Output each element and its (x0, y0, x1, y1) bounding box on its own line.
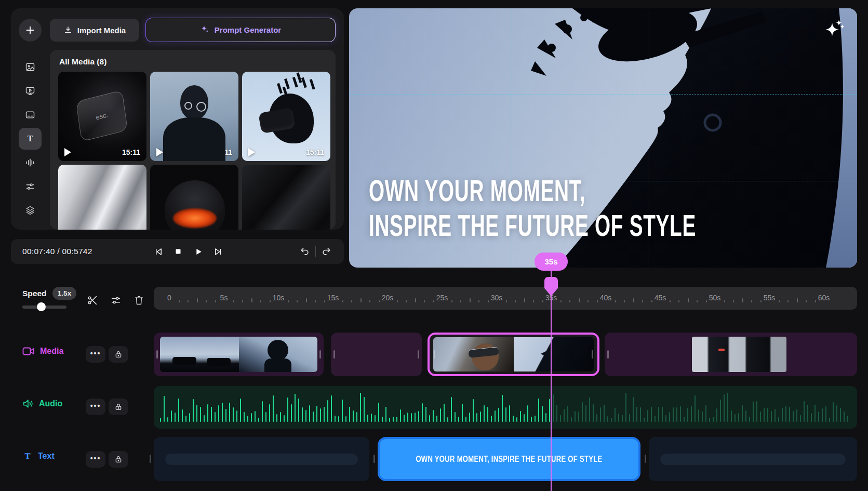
text-clip[interactable] (154, 437, 369, 481)
audio-track-lock-button[interactable] (109, 399, 128, 415)
track-name: Text (38, 452, 55, 461)
rail-item-text[interactable]: T (19, 128, 42, 150)
waveform-bar (189, 413, 190, 422)
layers-icon (25, 205, 35, 216)
media-thumbnail[interactable] (242, 165, 330, 230)
waveform-bar (353, 410, 354, 422)
trim-handle-left[interactable] (156, 350, 158, 359)
waveform-bar (549, 399, 550, 422)
prompt-generator-button[interactable]: Prompt Generator (145, 18, 336, 42)
media-clip-selected[interactable] (428, 333, 599, 376)
ellipsis-icon: ••• (90, 454, 101, 462)
waveform-bar (556, 405, 557, 422)
ruler-tick (251, 298, 252, 302)
waveform-bar (585, 405, 586, 422)
ruler-label: 40s (600, 294, 612, 302)
frame-man-sunglasses (433, 337, 514, 371)
waveform-bar (553, 394, 554, 422)
rail-item-image[interactable] (19, 56, 42, 78)
rail-item-audio[interactable] (19, 152, 42, 174)
text-track-lock-button[interactable] (109, 451, 128, 468)
audio-clip[interactable] (154, 386, 857, 429)
playback-bar: 00:07:40 / 00:5742 (11, 239, 344, 264)
media-track-menu-button[interactable]: ••• (86, 346, 105, 363)
preview-headline-line2[interactable]: INSPIRE THE FUTURE OF STYLE (369, 211, 696, 241)
delete-clip-button[interactable] (131, 293, 146, 308)
media-clip[interactable] (605, 333, 857, 376)
waveform-bar (418, 411, 419, 422)
frame-two-women (692, 337, 786, 372)
speed-slider-thumb[interactable] (37, 302, 46, 311)
waveform-bar (276, 414, 277, 422)
trim-handle[interactable] (373, 455, 375, 463)
ruler-label: 45s (655, 294, 666, 302)
waveform-bar (505, 407, 506, 422)
media-thumbnail[interactable] (150, 165, 238, 230)
redo-button[interactable] (318, 243, 335, 260)
waveform-bar (524, 414, 525, 422)
text-clip[interactable] (649, 437, 857, 481)
stop-button[interactable] (170, 243, 186, 260)
speed-slider[interactable] (22, 306, 66, 309)
waveform-bar (691, 406, 692, 422)
waveform-bar (345, 416, 346, 422)
media-thumbnail[interactable]: esc. 15:11 (58, 72, 146, 161)
waveform-bar (724, 394, 725, 422)
trim-handle[interactable] (645, 455, 646, 463)
preview-canvas[interactable]: OWN YOUR MOMENT, INSPIRE THE FUTURE OF S… (349, 8, 857, 268)
waveform-bar (375, 415, 376, 422)
split-clip-button[interactable] (85, 293, 100, 308)
media-clip[interactable] (154, 333, 324, 376)
media-track-lock-button[interactable] (109, 346, 128, 363)
text-track-menu-button[interactable]: ••• (86, 451, 105, 468)
media-clip[interactable] (331, 333, 422, 376)
add-button[interactable] (19, 19, 42, 42)
trim-handle[interactable] (150, 455, 151, 463)
timeline-ruler[interactable]: 05s10s15s20s25s30s35s40s45s50s55s60s (154, 287, 857, 310)
ruler-tick (569, 300, 570, 302)
trim-handle-right[interactable] (319, 350, 321, 359)
waveform-bar (658, 407, 659, 422)
rail-item-captions[interactable] (19, 104, 42, 126)
waveform-bar (825, 406, 826, 422)
waveform-bar (262, 401, 263, 422)
play-button[interactable] (190, 243, 206, 260)
text-tool-icon: T (25, 134, 35, 144)
waveform-bar (509, 405, 510, 422)
waveform-bar (538, 399, 539, 422)
ruler-tick (733, 300, 734, 302)
ruler-tick (242, 300, 243, 302)
skip-end-button[interactable] (209, 243, 226, 260)
ai-sparkle-icon[interactable] (824, 19, 846, 39)
redo-icon (321, 246, 331, 257)
playhead-time-bubble[interactable]: 35s (535, 253, 568, 271)
import-media-button[interactable]: Import Media (50, 19, 139, 42)
ruler-tick (188, 300, 189, 302)
image-icon (25, 62, 35, 72)
rail-item-video[interactable] (19, 80, 42, 102)
media-thumbnail[interactable]: 15:11 (242, 72, 330, 161)
rail-item-layers[interactable] (19, 200, 42, 221)
thumb-overlay: 15:11 (150, 143, 238, 161)
trim-handle-left[interactable] (333, 350, 335, 359)
skip-start-button[interactable] (150, 243, 167, 260)
trim-handle-right[interactable] (418, 350, 419, 359)
media-thumbnail[interactable]: 15:11 (150, 72, 238, 161)
waveform-bar (771, 411, 772, 422)
waveform-bar (745, 410, 746, 422)
adjust-clip-button[interactable] (108, 293, 124, 308)
rail-item-adjust[interactable] (19, 176, 42, 197)
media-library-header: All Media (8) (59, 57, 106, 67)
waveform-bar (535, 416, 536, 422)
undo-button[interactable] (297, 243, 313, 260)
trim-handle-right[interactable] (592, 350, 593, 359)
text-clip-selected[interactable]: OWN YOUR MOMENT, INSPIRE THE FUTURE OF S… (378, 437, 640, 481)
media-thumbnail[interactable] (58, 165, 146, 230)
trim-handle-left[interactable] (434, 350, 435, 359)
trim-handle-left[interactable] (607, 350, 609, 359)
waveform-bar (633, 397, 634, 422)
preview-headline-line1[interactable]: OWN YOUR MOMENT, (369, 176, 585, 206)
audio-track-menu-button[interactable]: ••• (86, 399, 105, 415)
waveform-bar (785, 406, 786, 422)
download-icon (63, 25, 73, 35)
